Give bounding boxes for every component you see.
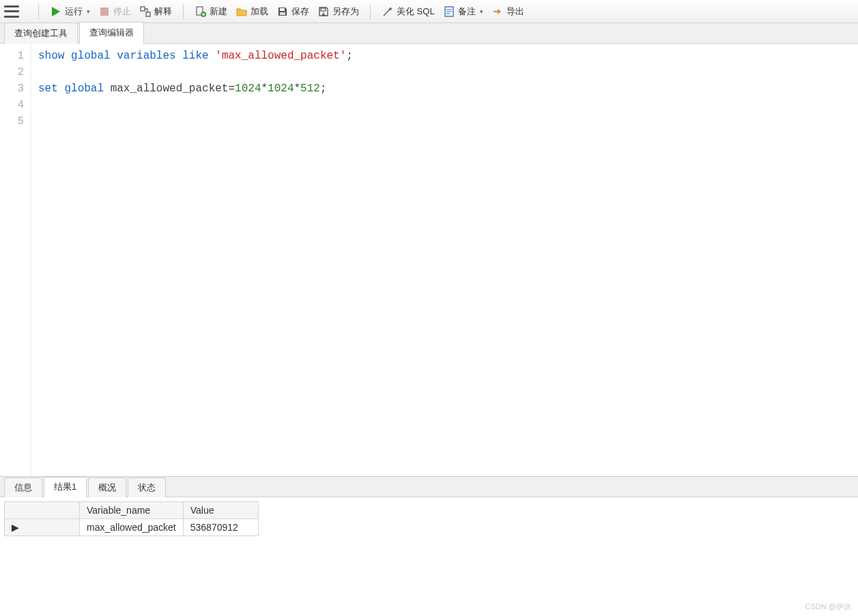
line-number: 3	[0, 80, 24, 97]
export-icon	[491, 5, 504, 18]
line-number: 2	[0, 64, 24, 80]
svg-rect-7	[280, 12, 285, 15]
dropdown-arrow-icon: ▾	[480, 8, 483, 15]
explain-button[interactable]: 解释	[135, 3, 176, 20]
hamburger-menu-icon[interactable]	[4, 5, 19, 18]
table-row[interactable]: ▶max_allowed_packet536870912	[5, 519, 259, 536]
table-cell[interactable]: max_allowed_packet	[80, 519, 184, 536]
stop-button: 停止	[94, 3, 135, 20]
line-number: 1	[0, 48, 24, 64]
stop-icon	[98, 5, 111, 18]
editor-tabstrip: 查询创建工具 查询编辑器	[0, 23, 858, 44]
results-tabstrip: 信息 结果1 概况 状态	[0, 477, 858, 497]
row-indicator-icon: ▶	[5, 519, 80, 536]
stop-label: 停止	[113, 5, 131, 18]
token-num: 1024	[268, 83, 294, 95]
code-line[interactable]	[38, 97, 353, 113]
toolbar-separator	[38, 4, 39, 19]
save-icon	[276, 5, 289, 18]
beautify-sql-button[interactable]: 美化 SQL	[377, 3, 439, 20]
toolbar-separator	[183, 4, 184, 19]
token-kw: like	[182, 50, 208, 62]
result-table[interactable]: Variable_nameValue▶max_allowed_packet536…	[4, 501, 259, 536]
results-panel: 信息 结果1 概况 状态 Variable_nameValue▶max_allo…	[0, 476, 858, 616]
code-line[interactable]: show global variables like 'max_allowed_…	[38, 48, 353, 64]
beautify-label: 美化 SQL	[397, 5, 435, 18]
table-cell[interactable]: 536870912	[183, 519, 258, 536]
new-label: 新建	[210, 5, 227, 18]
token-pn: *	[294, 83, 301, 95]
svg-rect-1	[100, 8, 109, 16]
explain-icon	[139, 5, 152, 18]
new-file-icon	[195, 5, 207, 18]
line-number: 4	[0, 97, 24, 113]
sql-editor[interactable]: 12345 show global variables like 'max_al…	[0, 44, 858, 476]
explain-label: 解释	[154, 5, 172, 18]
save-button[interactable]: 保存	[272, 3, 313, 20]
dropdown-arrow-icon: ▾	[87, 8, 90, 15]
export-button[interactable]: 导出	[487, 3, 528, 20]
main-toolbar: 运行 ▾ 停止 解释 新建 加载	[0, 0, 858, 23]
tab-query-builder[interactable]: 查询创建工具	[4, 23, 78, 44]
run-label: 运行	[65, 5, 83, 18]
save-label: 保存	[291, 5, 309, 18]
token-pn: *	[261, 83, 268, 95]
token-kw: global	[64, 83, 104, 95]
code-line[interactable]	[38, 64, 353, 80]
svg-rect-2	[141, 7, 145, 11]
notes-button[interactable]: 备注 ▾	[439, 3, 487, 20]
notes-label: 备注	[458, 5, 476, 18]
token-pn: ;	[320, 83, 327, 95]
save-as-button[interactable]: 另存为	[313, 3, 363, 20]
row-indicator-header	[5, 502, 80, 519]
token-kw: set	[38, 83, 58, 95]
load-label: 加载	[251, 5, 268, 18]
token-num: 512	[300, 83, 320, 95]
svg-marker-0	[52, 7, 60, 16]
run-button[interactable]: 运行 ▾	[46, 3, 94, 20]
svg-rect-6	[280, 8, 285, 11]
token-kw: show	[38, 50, 64, 62]
tab-profile[interactable]: 概况	[88, 478, 126, 497]
token-kw: variables	[117, 50, 175, 62]
column-header[interactable]: Value	[183, 502, 258, 519]
svg-rect-3	[146, 12, 150, 16]
editor-gutter: 12345	[0, 44, 31, 476]
tab-result1[interactable]: 结果1	[44, 477, 87, 497]
magic-wand-icon	[382, 5, 394, 18]
load-button[interactable]: 加载	[231, 3, 272, 20]
play-icon	[50, 5, 62, 18]
token-kw: global	[71, 50, 111, 62]
token-num: 1024	[235, 83, 261, 95]
toolbar-separator	[370, 4, 371, 19]
line-number: 5	[0, 113, 24, 130]
result-grid[interactable]: Variable_nameValue▶max_allowed_packet536…	[0, 497, 858, 616]
save-as-icon	[317, 5, 330, 18]
new-button[interactable]: 新建	[190, 3, 231, 20]
tab-query-editor[interactable]: 查询编辑器	[79, 22, 144, 44]
code-line[interactable]	[38, 113, 353, 130]
token-pn: ;	[346, 50, 353, 62]
tab-status[interactable]: 状态	[128, 478, 166, 497]
tab-info[interactable]: 信息	[4, 478, 42, 497]
editor-code-area[interactable]: show global variables like 'max_allowed_…	[31, 44, 360, 476]
notes-icon	[443, 5, 455, 18]
save-as-label: 另存为	[332, 5, 359, 18]
folder-open-icon	[235, 5, 248, 18]
column-header[interactable]: Variable_name	[80, 502, 184, 519]
token-pn: max_allowed_packet=	[111, 83, 235, 95]
code-line[interactable]: set global max_allowed_packet=1024*1024*…	[38, 80, 353, 97]
token-str: 'max_allowed_packet'	[215, 50, 346, 62]
export-label: 导出	[506, 5, 524, 18]
svg-rect-8	[321, 8, 326, 11]
